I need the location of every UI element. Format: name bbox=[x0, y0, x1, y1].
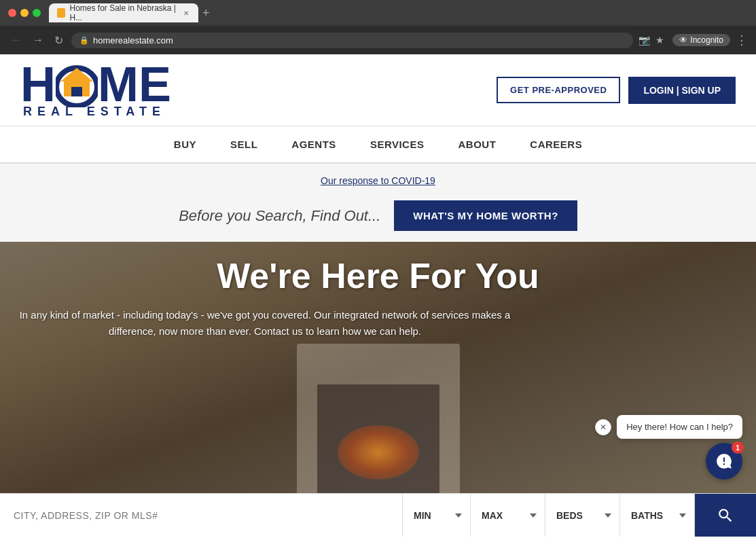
hero-content: We're Here For You In any kind of market… bbox=[0, 242, 756, 353]
logo-o-house bbox=[56, 61, 98, 107]
hero-subtitle: In any kind of market - including today'… bbox=[14, 307, 516, 340]
close-window-button[interactable] bbox=[8, 9, 16, 17]
browser-extra-actions: 📷̸ ★ bbox=[638, 35, 664, 46]
banner-text: Before you Search, Find Out... bbox=[179, 207, 380, 225]
site-nav: BUY SELL AGENTS SERVICES ABOUT CAREERS bbox=[0, 126, 756, 164]
pre-approved-button[interactable]: GET PRE-APPROVED bbox=[497, 77, 620, 103]
chat-bubble-container: ✕ Hey there! How can I help? bbox=[595, 415, 742, 439]
browser-titlebar: Homes for Sale in Nebraska | H... ✕ + bbox=[0, 0, 756, 26]
nav-sell[interactable]: SELL bbox=[230, 139, 257, 150]
tab-bar: Homes for Sale in Nebraska | H... ✕ + bbox=[49, 3, 748, 22]
banner-strip: Our response to COVID-19 Before you Sear… bbox=[0, 164, 756, 242]
logo-wrapper: H ME REAL ESTATE bbox=[20, 61, 171, 119]
chat-message-bubble: Hey there! How can I help? bbox=[617, 415, 742, 439]
chat-close-button[interactable]: ✕ bbox=[595, 419, 611, 435]
minimize-window-button[interactable] bbox=[20, 9, 29, 17]
baths-select[interactable]: BATHS bbox=[620, 494, 695, 537]
header-actions: GET PRE-APPROVED LOGIN | SIGN UP bbox=[497, 77, 736, 104]
browser-menu-button[interactable]: ⋮ bbox=[736, 33, 748, 48]
browser-tab[interactable]: Homes for Sale in Nebraska | H... ✕ bbox=[49, 3, 198, 22]
min-price-select[interactable]: MIN bbox=[403, 494, 471, 537]
svg-rect-2 bbox=[71, 87, 82, 96]
browser-chrome: Homes for Sale in Nebraska | H... ✕ + ← … bbox=[0, 0, 756, 54]
search-button[interactable] bbox=[695, 494, 756, 537]
chat-badge: 1 bbox=[732, 441, 744, 454]
tab-close-button[interactable]: ✕ bbox=[182, 8, 190, 18]
logo-home-row: H ME bbox=[20, 61, 171, 107]
maximize-window-button[interactable] bbox=[33, 9, 41, 17]
bookmark-icon[interactable]: ★ bbox=[655, 35, 664, 46]
website: H ME REAL ESTATE bbox=[0, 54, 756, 537]
chat-open-button[interactable]: 1 bbox=[706, 443, 742, 480]
url-text: homerealestate.com bbox=[93, 35, 173, 46]
address-box[interactable]: 🔒 homerealestate.com bbox=[71, 33, 633, 48]
site-header: H ME REAL ESTATE bbox=[0, 54, 756, 126]
new-tab-button[interactable]: + bbox=[202, 6, 210, 20]
logo-me: ME bbox=[98, 62, 171, 107]
nav-buy[interactable]: BUY bbox=[174, 139, 196, 150]
tab-favicon bbox=[57, 8, 65, 18]
browser-addressbar: ← → ↻ 🔒 homerealestate.com 📷̸ ★ 👁 Incogn… bbox=[0, 26, 756, 54]
logo-area[interactable]: H ME REAL ESTATE bbox=[20, 61, 171, 119]
nav-services[interactable]: SERVICES bbox=[370, 139, 425, 150]
home-worth-button[interactable]: WHAT'S MY HOME WORTH? bbox=[394, 200, 577, 231]
tab-title: Homes for Sale in Nebraska | H... bbox=[69, 3, 177, 22]
nav-about[interactable]: ABOUT bbox=[458, 139, 496, 150]
nav-careers[interactable]: CAREERS bbox=[530, 139, 582, 150]
incognito-icon: 👁 bbox=[679, 35, 687, 45]
incognito-label: Incognito bbox=[690, 35, 723, 45]
beds-select[interactable]: BEDS bbox=[545, 494, 620, 537]
chat-widget: ✕ Hey there! How can I help? 1 bbox=[595, 415, 742, 480]
reload-button[interactable]: ↻ bbox=[52, 33, 66, 48]
fire-glow bbox=[338, 425, 419, 480]
forward-button[interactable]: → bbox=[30, 33, 46, 48]
search-input[interactable] bbox=[0, 494, 403, 537]
back-button[interactable]: ← bbox=[8, 33, 24, 48]
nav-agents[interactable]: AGENTS bbox=[291, 139, 336, 150]
logo-o-svg bbox=[56, 61, 98, 107]
lock-icon: 🔒 bbox=[79, 36, 89, 45]
covid-link[interactable]: Our response to COVID-19 bbox=[321, 175, 435, 186]
covid-link-row: Our response to COVID-19 bbox=[20, 175, 736, 187]
search-icon bbox=[717, 507, 734, 524]
search-bar: MIN MAX BEDS BATHS bbox=[0, 493, 756, 537]
chat-icon bbox=[715, 452, 733, 470]
incognito-badge: 👁 Incognito bbox=[672, 34, 730, 46]
max-price-select[interactable]: MAX bbox=[471, 494, 545, 537]
login-button[interactable]: LOGIN | SIGN UP bbox=[628, 77, 736, 104]
logo-h: H bbox=[20, 62, 56, 107]
hero-section: We're Here For You In any kind of market… bbox=[0, 242, 756, 493]
banner-row: Before you Search, Find Out... WHAT'S MY… bbox=[20, 200, 736, 231]
hero-title: We're Here For You bbox=[14, 255, 742, 296]
camera-off-icon[interactable]: 📷̸ bbox=[638, 35, 650, 46]
window-controls bbox=[8, 9, 41, 17]
